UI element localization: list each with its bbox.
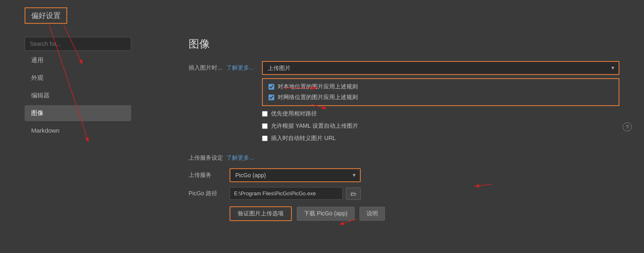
sidebar-item-editor[interactable]: 编辑器 xyxy=(25,88,131,104)
insert-image-learn-more-link[interactable]: 了解更多... xyxy=(226,64,254,71)
upload-service-section-label: 上传服务设定 xyxy=(189,154,223,162)
upload-service-dropdown[interactable]: PicGo (app) xyxy=(230,168,361,182)
checkbox-relative[interactable]: 优先使用相对路径 xyxy=(262,109,619,118)
picgo-path-label: PicGo 路径 xyxy=(189,190,221,197)
upload-service-row: 上传服务 PicGo (app) ▼ xyxy=(189,168,619,182)
section-title: 图像 xyxy=(189,37,619,51)
checkbox-local-label: 对本地位置的图片应用上述规则 xyxy=(278,83,358,90)
upload-service-learn-more-link[interactable]: 了解更多... xyxy=(226,154,254,162)
checkbox-yaml[interactable]: 允许根据 YAML 设置自动上传图片 xyxy=(262,122,619,131)
sidebar-item-markdown[interactable]: Markdown xyxy=(25,123,131,138)
checkbox-local-input[interactable] xyxy=(269,84,274,90)
insert-image-controls: 上传图片 ▼ 对本地位置的图片应用上述规则 对网络位置的图片应用上述规则 优先使… xyxy=(262,61,619,143)
download-picgo-button[interactable]: 下载 PicGo (app) xyxy=(297,207,355,221)
sidebar-item-general[interactable]: 通用 xyxy=(25,52,131,68)
folder-browse-button[interactable]: 🗁 xyxy=(346,187,361,200)
checkbox-network[interactable]: 对网络位置的图片应用上述规则 xyxy=(269,94,613,101)
checkbox-escape-input[interactable] xyxy=(262,136,268,141)
checkbox-relative-input[interactable] xyxy=(262,111,268,117)
checkbox-escape-label: 插入时自动转义图片 URL xyxy=(271,135,336,142)
validate-upload-button[interactable]: 验证图片上传选项 xyxy=(230,206,292,221)
checkbox-group-bordered: 对本地位置的图片应用上述规则 对网络位置的图片应用上述规则 xyxy=(262,78,619,106)
help-icon[interactable]: ? xyxy=(623,122,632,131)
insert-image-row: 插入图片时... 了解更多... 上传图片 ▼ 对本地位置的图片应用上述规则 对… xyxy=(189,61,619,143)
checkbox-yaml-input[interactable] xyxy=(262,123,268,129)
insert-image-dropdown[interactable]: 上传图片 xyxy=(262,61,619,75)
picgo-path-wrapper: 🗁 xyxy=(230,187,361,200)
action-buttons-row: 验证图片上传选项 下载 PicGo (app) 说明 xyxy=(230,206,619,221)
checkbox-local[interactable]: 对本地位置的图片应用上述规则 xyxy=(269,83,613,90)
search-input[interactable] xyxy=(25,37,131,51)
checkbox-network-label: 对网络位置的图片应用上述规则 xyxy=(278,94,358,101)
upload-service-dropdown-wrapper: PicGo (app) ▼ xyxy=(230,168,361,182)
page-title: 偏好设置 xyxy=(25,7,67,24)
checkbox-escape[interactable]: 插入时自动转义图片 URL xyxy=(262,134,619,143)
checkbox-relative-label: 优先使用相对路径 xyxy=(271,110,317,117)
insert-image-label: 插入图片时... 了解更多... xyxy=(189,61,254,72)
upload-service-label: 上传服务 xyxy=(189,172,221,179)
sidebar-item-appearance[interactable]: 外观 xyxy=(25,70,131,86)
upload-service-section: 上传服务设定 了解更多... 上传服务 PicGo (app) ▼ PicGo … xyxy=(189,154,619,221)
picgo-path-row: PicGo 路径 🗁 xyxy=(189,187,619,200)
insert-dropdown-wrapper: 上传图片 ▼ xyxy=(262,61,619,75)
sidebar-item-image[interactable]: 图像 xyxy=(25,105,131,121)
checkbox-yaml-label: 允许根据 YAML 设置自动上传图片 xyxy=(271,122,358,130)
main-content: 图像 插入图片时... 了解更多... 上传图片 ▼ 对本地位置的图片应用上述规… xyxy=(189,37,619,221)
picgo-path-input[interactable] xyxy=(230,187,343,200)
checkbox-network-input[interactable] xyxy=(269,95,274,100)
explain-button[interactable]: 说明 xyxy=(360,207,385,221)
sidebar: 通用 外观 编辑器 图像 Markdown xyxy=(25,37,131,138)
